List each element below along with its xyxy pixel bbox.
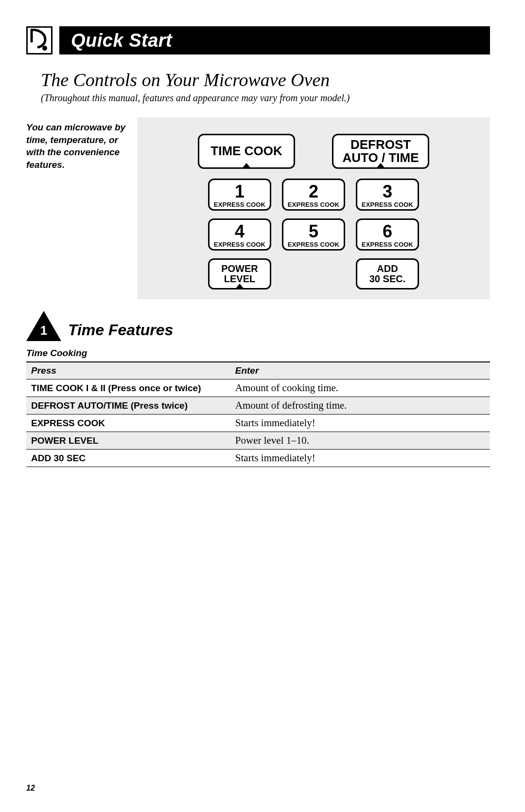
express-cook-5-button: 5 EXPRESS COOK [282, 218, 345, 251]
time-cook-button: TIME COOK [198, 134, 295, 169]
side-note: You can microwave by time, temperature, … [26, 117, 128, 299]
table-row: EXPRESS COOK Starts immediately! [26, 415, 490, 432]
section-title: Time Features [68, 321, 173, 341]
add-30-sec-button: ADD 30 SEC. [356, 258, 419, 289]
table-row: POWER LEVEL Power level 1–10. [26, 432, 490, 450]
title-block: The Controls on Your Microwave Oven (Thr… [41, 69, 490, 104]
appliance-icon [26, 26, 52, 54]
header-title: Quick Start [59, 26, 490, 54]
page-number: 12 [26, 784, 35, 793]
express-cook-6-button: 6 EXPRESS COOK [356, 218, 419, 251]
spacer [282, 258, 345, 289]
page-title: The Controls on Your Microwave Oven [41, 69, 490, 90]
table-row: TIME COOK I & II (Press once or twice) A… [26, 379, 490, 397]
control-panel: TIME COOK DEFROST AUTO / TIME 1 EXPRESS … [137, 117, 490, 299]
header-row: Quick Start [26, 26, 490, 54]
defrost-button: DEFROST AUTO / TIME [332, 134, 429, 169]
table-header-press: Press [26, 362, 230, 379]
triangle-icon: 1 [26, 311, 61, 341]
page-subtitle: (Throughout this manual, features and ap… [41, 92, 490, 104]
power-level-button: POWER LEVEL [208, 258, 271, 289]
svg-point-0 [42, 46, 47, 51]
express-cook-4-button: 4 EXPRESS COOK [208, 218, 271, 251]
table-row: DEFROST AUTO/TIME (Press twice) Amount o… [26, 397, 490, 415]
express-cook-2-button: 2 EXPRESS COOK [282, 179, 345, 211]
table-row: ADD 30 SEC Starts immediately! [26, 450, 490, 467]
express-cook-1-button: 1 EXPRESS COOK [208, 179, 271, 211]
express-cook-3-button: 3 EXPRESS COOK [356, 179, 419, 211]
table-header-enter: Enter [230, 362, 490, 379]
section-heading: 1 Time Features [26, 311, 490, 341]
time-cooking-table: Press Enter TIME COOK I & II (Press once… [26, 361, 490, 467]
section-subheading: Time Cooking [26, 348, 490, 359]
